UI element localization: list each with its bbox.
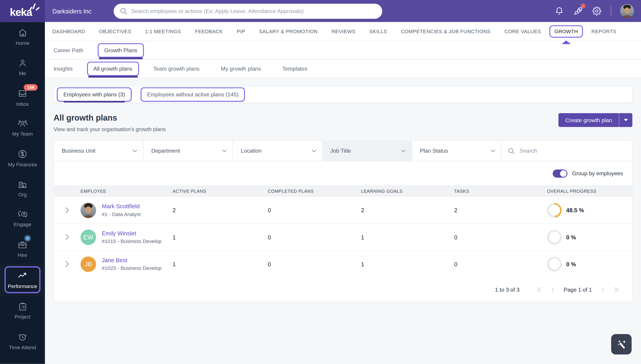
employee-detail: #1023 - Business Develop (102, 266, 162, 271)
user-avatar[interactable] (620, 4, 634, 18)
sidebar-label: Time Attend (9, 344, 36, 350)
expand-row-icon[interactable] (66, 234, 69, 240)
chevron-down-icon (401, 150, 406, 152)
performance-annotation-box: Performance (5, 266, 40, 293)
sidebar-label: Hire (18, 252, 27, 258)
tab-dashboard[interactable]: DASHBOARD (52, 22, 85, 41)
col-tasks: TASKS (454, 188, 547, 194)
sidebar-item-time-attend[interactable]: Time Attend (0, 326, 45, 356)
active-plans-value: 2 (173, 207, 268, 214)
expand-row-icon[interactable] (66, 207, 69, 213)
tab-11-meetings[interactable]: 1:1 MEETINGS (145, 22, 181, 41)
company-name[interactable]: Darksiders Inc (52, 8, 114, 14)
progress-ring (547, 203, 562, 218)
tab-reports[interactable]: REPORTS (591, 22, 616, 41)
tab-insights[interactable]: Insights (54, 60, 73, 78)
tab-my-growth-plans[interactable]: My growth plans (221, 60, 261, 78)
completed-plans-value: 0 (268, 234, 361, 240)
tab-growth[interactable]: GROWTH (555, 22, 577, 41)
tab-all-growth-plans[interactable]: All growth plans (94, 60, 132, 78)
tab-competencies-job-functions[interactable]: COMPETENCIES & JOB FUNCTIONS (401, 22, 491, 41)
employee-detail: #1 - Data Analyst (102, 212, 141, 218)
tab-career-path[interactable]: Career Path (54, 41, 84, 59)
progress-label: 48.5 % (566, 207, 584, 214)
tab-team-growth-plans[interactable]: Team growth plans (153, 60, 199, 78)
sidebar-item-project[interactable]: Project (0, 296, 45, 326)
avatar-initials: EW (81, 229, 96, 245)
project-icon (18, 302, 27, 311)
sidebar-item-hire[interactable]: Hire (0, 234, 45, 264)
magic-wand-fab[interactable] (611, 334, 631, 354)
chevron-down-icon (222, 150, 227, 152)
expand-row-icon[interactable] (66, 261, 69, 267)
sidebar-item-org[interactable]: Org (0, 173, 45, 204)
pagination: 1 to 3 of 3 Page 1 of 1 (54, 277, 632, 302)
sidebar-label: My Finances (8, 162, 37, 168)
engage-icon (17, 210, 28, 219)
chevron-down-icon (132, 150, 137, 152)
create-growth-plan-dropdown[interactable] (619, 113, 632, 127)
tab-pip[interactable]: PIP (237, 22, 245, 41)
table-search-input[interactable] (520, 148, 625, 154)
tab-feedback[interactable]: FEEDBACK (195, 22, 223, 41)
sidebar: Home Me Inbox 156 My Team My Finances Or… (0, 22, 45, 364)
keka-logo[interactable]: keka (0, 0, 45, 22)
toggle-label: Group by employees (572, 170, 623, 176)
completed-plans-value: 0 (268, 207, 361, 214)
table-search[interactable] (502, 141, 632, 161)
progress-label: 0 % (566, 234, 576, 240)
sidebar-item-me[interactable]: Me (0, 52, 45, 82)
global-search[interactable] (114, 4, 382, 18)
employee-view-tabs: Employees with plans (3) Employees witho… (54, 86, 632, 103)
filter-location[interactable]: Location (233, 141, 323, 161)
tab-templates[interactable]: Templates (282, 60, 307, 78)
learning-goals-value: 1 (361, 234, 454, 240)
inbox-badge: 156 (24, 84, 38, 90)
employee-name-link[interactable]: Mark Scottfield (102, 203, 141, 210)
table-row: Mark Scottfield #1 - Data Analyst 2 0 2 … (54, 196, 632, 223)
notifications-bell-icon[interactable] (554, 6, 564, 16)
tab-objectives[interactable]: OBJECTIVES (99, 22, 131, 41)
tasks-value: 0 (454, 261, 547, 267)
tab-skills[interactable]: SKILLS (369, 22, 387, 41)
tab-reviews[interactable]: REVIEWS (332, 22, 355, 41)
tab-core-values[interactable]: CORE VALUES (504, 22, 541, 41)
filter-job-title[interactable]: Job Title (323, 141, 412, 161)
tab-employees-with-plans[interactable]: Employees with plans (3) (57, 86, 131, 102)
prev-page-icon[interactable] (551, 287, 554, 292)
employee-name-link[interactable]: Emily Winslet (102, 230, 162, 236)
whats-new-rocket-icon[interactable] (573, 6, 583, 16)
active-plans-value: 1 (173, 261, 268, 267)
group-by-employees-toggle[interactable] (553, 169, 568, 177)
my-team-icon (17, 119, 28, 128)
performance-icon (18, 270, 27, 280)
first-page-icon[interactable] (537, 287, 542, 292)
filter-department[interactable]: Department (144, 141, 233, 161)
tab-growth-plans[interactable]: Growth Plans (105, 41, 137, 59)
active-plans-value: 1 (173, 234, 268, 240)
pagination-page: Page 1 of 1 (564, 286, 592, 292)
magic-wand-icon (616, 339, 627, 350)
filter-plan-status[interactable]: Plan Status (412, 141, 502, 161)
me-icon (18, 58, 27, 68)
last-page-icon[interactable] (614, 287, 619, 292)
page-subtitle: View and track your organisation's growt… (54, 126, 166, 132)
sidebar-item-performance[interactable]: Performance (0, 264, 45, 296)
tab-salary-promotion[interactable]: SALARY & PROMOTION (259, 22, 317, 41)
sidebar-item-my-finances[interactable]: My Finances (0, 143, 45, 173)
filter-business-unit[interactable]: Business Unit (54, 141, 144, 161)
tasks-value: 2 (454, 207, 547, 214)
sidebar-item-inbox[interactable]: Inbox 156 (0, 82, 45, 113)
tab-employees-without-plans[interactable]: Employees without active plans (145) (140, 86, 245, 102)
sidebar-item-engage[interactable]: Engage (0, 203, 45, 234)
employee-detail: #1015 - Business Develop (102, 238, 162, 244)
sidebar-item-home[interactable]: Home (0, 22, 45, 52)
next-page-icon[interactable] (601, 287, 605, 292)
sidebar-item-my-team[interactable]: My Team (0, 113, 45, 143)
settings-gear-icon[interactable] (592, 6, 602, 16)
create-growth-plan-split-button: Create growth plan (558, 113, 632, 127)
employee-name-link[interactable]: Jane Best (102, 257, 162, 263)
global-search-input[interactable] (131, 8, 376, 14)
create-growth-plan-button[interactable]: Create growth plan (558, 113, 619, 127)
sidebar-label: Inbox (16, 101, 29, 107)
